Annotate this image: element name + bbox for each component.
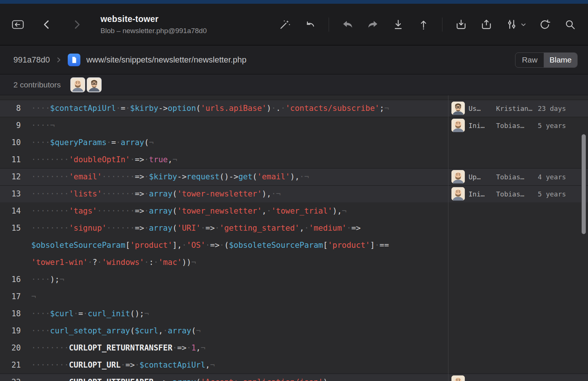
history-back-button[interactable] xyxy=(40,18,54,31)
blame-commit-message: Us… xyxy=(469,105,494,112)
avatar xyxy=(451,187,465,201)
blame-commit-message: Up… xyxy=(469,173,494,181)
view-subtitle: Blob – newsletter.php@991a78d0 xyxy=(100,27,234,35)
blame-author: Tobias… xyxy=(496,190,537,198)
stash-apply-button[interactable] xyxy=(480,18,493,31)
curved-arrow-left-solid-icon xyxy=(342,19,353,30)
line-number: 11 xyxy=(0,151,21,168)
tray-arrow-up-icon xyxy=(481,19,492,30)
line-number: 21 xyxy=(0,356,21,374)
vertical-scrollbar-thumb[interactable] xyxy=(581,134,586,234)
avatar xyxy=(451,102,465,115)
search-button[interactable] xyxy=(563,18,577,31)
blame-entry[interactable]: Us…Kristian…23 days xyxy=(448,100,588,117)
code-text: ····¬ xyxy=(21,117,55,134)
contributors-bar: 2 contributors xyxy=(0,74,588,95)
app-window: website-tower Blob – newsletter.php@991a… xyxy=(0,0,588,381)
blame-entry[interactable] xyxy=(448,374,588,381)
line-number: 18 xyxy=(0,305,21,322)
contributor-avatars[interactable] xyxy=(70,77,102,92)
push-button[interactable] xyxy=(417,18,430,31)
blame-entry[interactable]: Ini…Tobias…5 years xyxy=(448,117,588,134)
back-to-workspace-button[interactable] xyxy=(11,18,25,31)
code-text: ········'signup'······=>·array('URI'·=>·… xyxy=(21,220,361,237)
blame-author: Tobias… xyxy=(496,122,537,129)
file-path[interactable]: www/site/snippets/newsletter/newsletter.… xyxy=(86,55,246,65)
avatar xyxy=(451,375,465,381)
avatar xyxy=(451,119,465,132)
history-nav xyxy=(40,18,83,31)
blame-author: Kristian… xyxy=(496,105,537,112)
code-text: ········CURLOPT_RETURNTRANSFER·=>·1,¬ xyxy=(21,339,205,356)
workflows-button[interactable] xyxy=(505,18,518,31)
arrow-up-from-dot-icon xyxy=(418,19,429,30)
avatar[interactable] xyxy=(87,77,102,92)
blame-commit-message: Ini… xyxy=(469,190,494,198)
blame-column: Us…Kristian…23 daysIni…Tobias…5 yearsUp…… xyxy=(448,95,588,381)
refresh-button[interactable] xyxy=(538,18,552,31)
sliders-icon xyxy=(506,19,517,30)
view-mode-switch: Raw Blame xyxy=(515,52,578,68)
line-number: 10 xyxy=(0,134,21,151)
blame-author: Tobias… xyxy=(496,173,537,181)
boxed-left-arrow-icon xyxy=(12,19,24,30)
line-number: 16 xyxy=(0,271,21,288)
line-number: 9 xyxy=(0,117,21,134)
line-number: 13 xyxy=(0,185,21,202)
file-icon xyxy=(68,54,80,66)
redo-button[interactable] xyxy=(366,18,380,31)
line-number: 17 xyxy=(0,288,21,305)
code-text: ········'email'·······=>·$kirby->request… xyxy=(21,168,309,185)
blame-commit-message: Ini… xyxy=(469,122,494,129)
toolbar: website-tower Blob – newsletter.php@991a… xyxy=(0,4,588,45)
line-number: 22 xyxy=(0,374,21,381)
code-text: ········'doubleOptIn'·=>·true,¬ xyxy=(21,151,177,168)
code-viewer[interactable]: 8····$contactApiUrl·=·$kirby->option('ur… xyxy=(0,95,588,381)
chevron-right-icon xyxy=(56,57,62,63)
line-number: 12 xyxy=(0,168,21,185)
pull-button[interactable] xyxy=(392,18,405,31)
code-text: ········'tags'········=>·array('tower_ne… xyxy=(21,202,346,220)
quick-actions-button[interactable] xyxy=(278,18,291,31)
code-text: ········CURLOPT_HTTPHEADER·=>·array('Acc… xyxy=(21,374,337,381)
arrow-down-to-line-icon xyxy=(393,19,404,30)
raw-tab[interactable]: Raw xyxy=(515,53,544,67)
code-text: ¬ xyxy=(21,288,36,305)
blame-tab[interactable]: Blame xyxy=(544,53,577,67)
history-forward-button[interactable] xyxy=(70,18,83,31)
blame-date: 5 years xyxy=(538,122,588,129)
magic-wand-icon xyxy=(279,19,290,30)
avatar xyxy=(451,170,465,183)
code-text: ····$queryParams·=·array(¬ xyxy=(21,134,154,151)
commit-hash[interactable]: 991a78d0 xyxy=(13,55,50,65)
toolbar-actions xyxy=(278,17,577,32)
code-text: ····);¬ xyxy=(21,271,64,288)
code-text: 'tower1-win'·?·'windows'·:·'mac'))¬ xyxy=(21,254,196,271)
window-title-block: website-tower Blob – newsletter.php@991a… xyxy=(100,14,234,35)
repository-title: website-tower xyxy=(100,14,234,24)
titlebar-accent-strip xyxy=(0,0,588,4)
undo-button[interactable] xyxy=(341,18,354,31)
blame-entry[interactable]: Up…Tobias…4 years xyxy=(448,168,588,185)
toolbar-separator xyxy=(329,17,329,32)
line-number xyxy=(0,237,21,254)
code-text: ········CURLOPT_URL·=>·$contactApiUrl,¬ xyxy=(21,356,215,374)
line-number: 14 xyxy=(0,202,21,220)
chevron-down-icon[interactable] xyxy=(521,22,526,28)
line-number xyxy=(0,254,21,271)
chevron-left-icon xyxy=(41,19,52,30)
avatar[interactable] xyxy=(70,77,85,92)
blame-entry[interactable]: Ini…Tobias…5 years xyxy=(448,185,588,202)
undo-outline-button[interactable] xyxy=(303,18,317,31)
line-number: 20 xyxy=(0,339,21,356)
curved-arrow-right-solid-icon xyxy=(367,19,378,30)
curved-arrow-outline-icon xyxy=(304,19,316,30)
contributors-label: 2 contributors xyxy=(13,80,61,89)
code-text: ····$contactApiUrl·=·$kirby->option('url… xyxy=(21,100,389,117)
toolbar-separator xyxy=(442,17,442,32)
stash-save-button[interactable] xyxy=(454,18,468,31)
code-text: ····$curl·=·curl_init();¬ xyxy=(21,305,149,322)
search-icon xyxy=(565,19,576,30)
blame-date: 23 days xyxy=(538,105,588,112)
blame-date: 4 years xyxy=(538,173,588,181)
